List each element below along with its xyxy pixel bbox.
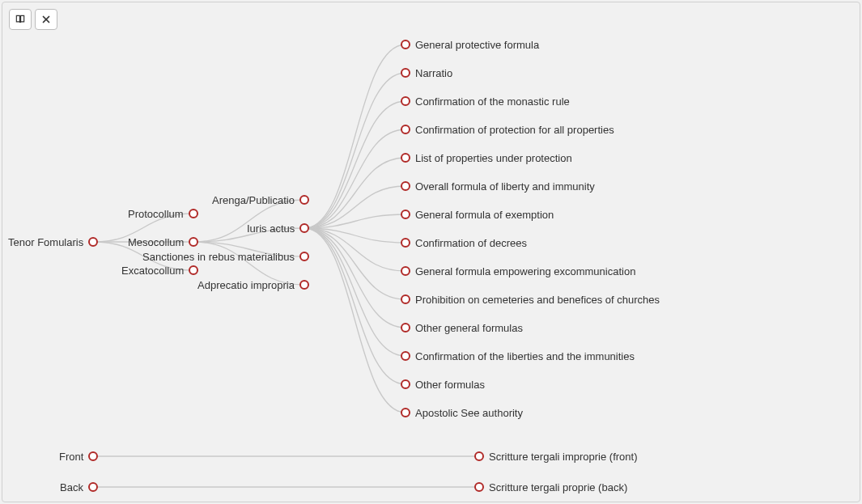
- node-marker-icon: [401, 40, 410, 49]
- node-marker-icon: [88, 237, 98, 247]
- tree-node[interactable]: Protocollum: [128, 208, 198, 220]
- tree-node-label: List of properties under protection: [415, 152, 572, 164]
- tree-node-label: Tenor Fomularis: [8, 236, 83, 248]
- node-marker-icon: [189, 209, 198, 218]
- tree-node-label: Narratio: [415, 67, 452, 79]
- tree-node[interactable]: Other general formulas: [401, 322, 523, 334]
- tree-node[interactable]: Front: [59, 451, 98, 463]
- tree-node-label: Apostolic See authority: [415, 407, 523, 419]
- tree-node[interactable]: Iuris actus: [247, 222, 309, 235]
- node-marker-icon: [401, 68, 410, 78]
- tree-node-label: Other formulas: [415, 379, 485, 391]
- tree-node[interactable]: Apostolic See authority: [401, 407, 523, 419]
- tree-node[interactable]: Confirmation of decrees: [401, 237, 527, 249]
- node-marker-icon: [299, 195, 309, 205]
- tree-node[interactable]: Sanctiones in rebus materialibus: [142, 251, 309, 263]
- tree-node-label: Confirmation of the monastic rule: [415, 95, 570, 108]
- tree-node-label: Arenga/Publicatio: [212, 194, 295, 206]
- tree-node-label: Iuris actus: [247, 222, 295, 235]
- node-marker-icon: [401, 96, 410, 106]
- tree-node[interactable]: Arenga/Publicatio: [212, 194, 309, 206]
- tree-node-label: Adprecatio impropria: [197, 279, 295, 291]
- tree-node-label: Protocollum: [128, 208, 184, 220]
- tree-node-label: Sanctiones in rebus materialibus: [142, 251, 295, 263]
- tree-node-label: Confirmation of the liberties and the im…: [415, 350, 635, 362]
- tree-node-label: Scritture tergali improprie (front): [489, 451, 638, 463]
- node-marker-icon: [401, 153, 410, 163]
- tree-node-label: Front: [59, 451, 83, 463]
- node-marker-icon: [401, 266, 410, 276]
- tree-node-label: Confirmation of protection for all prope…: [415, 124, 614, 136]
- tree-node-label: Overall formula of liberty and immunity: [415, 180, 595, 193]
- node-marker-icon: [401, 294, 410, 304]
- tree-node-label: General formula of exemption: [415, 209, 554, 221]
- tree-node[interactable]: Overall formula of liberty and immunity: [401, 180, 595, 193]
- tree-node-label: Excatocollum: [121, 265, 184, 277]
- tree-stage[interactable]: Tenor FomularisProtocollumMesocollumExca…: [2, 2, 860, 502]
- tree-node[interactable]: Adprecatio impropria: [197, 279, 309, 291]
- tree-node[interactable]: General formula empowering excommunicati…: [401, 265, 635, 277]
- node-marker-icon: [299, 252, 309, 261]
- tree-node-label: General protective formula: [415, 39, 539, 51]
- tree-node-label: General formula empowering excommunicati…: [415, 265, 635, 277]
- node-marker-icon: [88, 451, 98, 461]
- node-marker-icon: [401, 379, 410, 389]
- tree-node[interactable]: Confirmation of the liberties and the im…: [401, 350, 635, 362]
- node-marker-icon: [299, 280, 309, 290]
- node-marker-icon: [401, 351, 410, 361]
- tree-node[interactable]: Narratio: [401, 67, 452, 79]
- tree-node[interactable]: Other formulas: [401, 379, 485, 391]
- tree-node[interactable]: General formula of exemption: [401, 209, 554, 221]
- node-marker-icon: [189, 237, 198, 247]
- tree-node[interactable]: Mesocollum: [128, 236, 198, 248]
- node-marker-icon: [401, 125, 410, 134]
- tree-node[interactable]: Tenor Fomularis: [8, 236, 98, 248]
- node-marker-icon: [88, 482, 98, 492]
- node-marker-icon: [401, 210, 410, 219]
- node-marker-icon: [474, 482, 484, 492]
- tree-node-label: Scritture tergali proprie (back): [489, 481, 627, 493]
- node-marker-icon: [401, 408, 410, 417]
- tree-node-label: Other general formulas: [415, 322, 523, 334]
- tree-node[interactable]: Scritture tergali proprie (back): [474, 481, 627, 493]
- tree-node[interactable]: List of properties under protection: [401, 152, 572, 164]
- tree-node[interactable]: Confirmation of the monastic rule: [401, 95, 570, 108]
- tree-node[interactable]: Prohibition on cemeteries and benefices …: [401, 294, 660, 306]
- tree-node-label: Prohibition on cemeteries and benefices …: [415, 294, 660, 306]
- node-marker-icon: [189, 265, 198, 275]
- tree-node[interactable]: Confirmation of protection for all prope…: [401, 124, 614, 136]
- tree-node[interactable]: Scritture tergali improprie (front): [474, 451, 638, 463]
- node-marker-icon: [474, 451, 484, 461]
- tree-node[interactable]: General protective formula: [401, 39, 539, 51]
- tree-node[interactable]: Excatocollum: [121, 265, 198, 277]
- tree-node[interactable]: Back: [60, 481, 98, 493]
- tree-node-label: Back: [60, 481, 83, 493]
- node-marker-icon: [401, 323, 410, 332]
- node-marker-icon: [299, 223, 309, 233]
- tree-node-label: Mesocollum: [128, 236, 184, 248]
- node-marker-icon: [401, 181, 410, 191]
- tree-node-label: Confirmation of decrees: [415, 237, 527, 249]
- node-marker-icon: [401, 238, 410, 248]
- diagram-panel: Tenor FomularisProtocollumMesocollumExca…: [2, 2, 860, 502]
